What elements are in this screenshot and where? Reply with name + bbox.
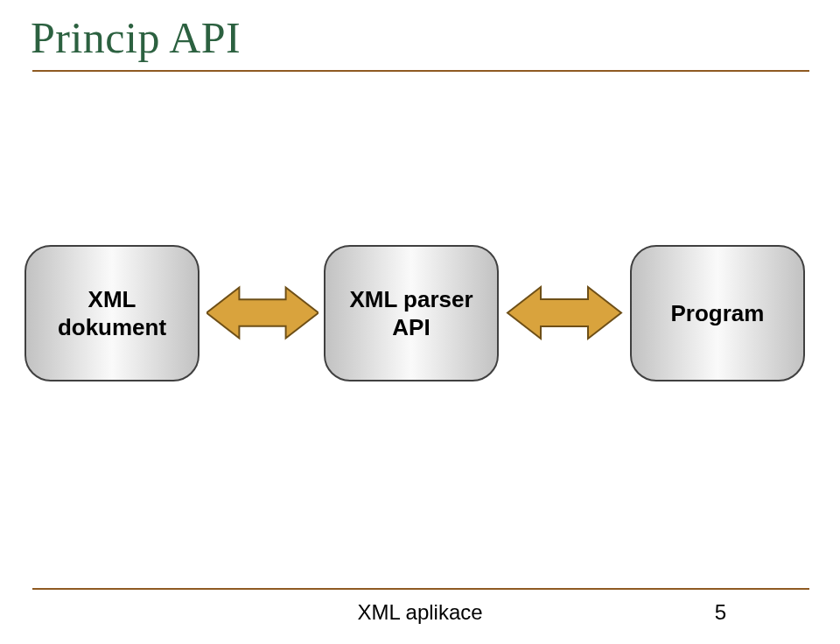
svg-marker-0 xyxy=(206,287,318,338)
xml-parser-api-box: XML parser API xyxy=(324,245,499,382)
footer-divider xyxy=(32,588,809,590)
title-divider xyxy=(32,70,809,72)
arrow-parser-program xyxy=(506,280,623,346)
page-number: 5 xyxy=(715,600,726,625)
xml-document-box: XML dokument xyxy=(24,245,200,382)
box-label: API xyxy=(392,313,430,342)
arrow-doc-parser xyxy=(206,280,318,346)
box-label: XML parser xyxy=(349,285,472,314)
svg-marker-1 xyxy=(508,287,621,339)
slide: Princip API XML dokument XML parser API … xyxy=(0,0,840,644)
double-arrow-icon xyxy=(206,280,318,346)
program-box: Program xyxy=(630,245,805,382)
slide-title: Princip API xyxy=(31,12,241,63)
box-label: XML dokument xyxy=(35,285,189,342)
double-arrow-icon xyxy=(506,280,623,346)
box-label: Program xyxy=(671,299,765,328)
